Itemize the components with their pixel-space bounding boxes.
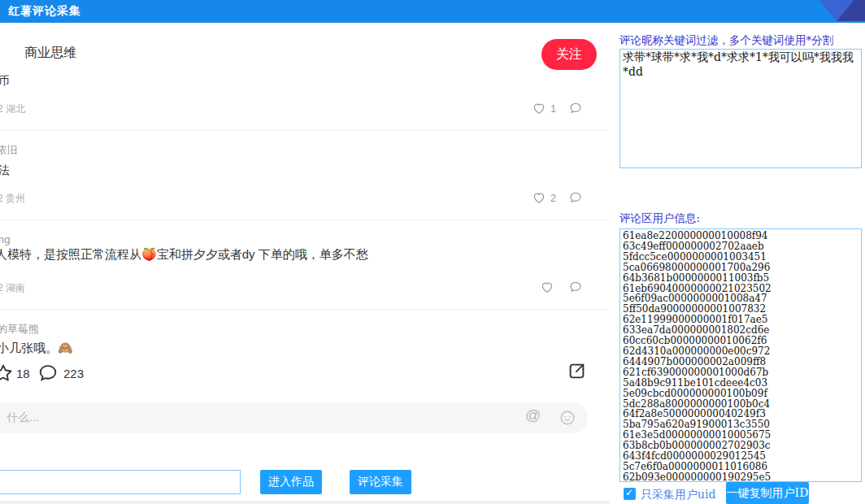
- app-window: 红薯评论采集 商业思维 关注 币 2 湖北 1 依旧 法 2 贵州 2 ng 人…: [0, 0, 865, 504]
- copy-user-ids-button[interactable]: 一键复制用户ID: [726, 482, 809, 504]
- share-icon[interactable]: [566, 360, 588, 382]
- comment-input-placeholder: 什么...: [7, 411, 39, 425]
- keyword-filter-label: 评论昵称关键词过滤，多个关键词使用*分割: [619, 33, 833, 48]
- user-id-row: 5a48b9c911be101cdeee4c03: [623, 378, 858, 389]
- like-count: 1: [550, 102, 556, 115]
- comment-text: 法: [0, 163, 10, 178]
- user-id-row: 5e09cbcd000000000100b09f: [623, 389, 858, 399]
- note-url-input[interactable]: [0, 470, 241, 494]
- comment-username: ng: [0, 233, 10, 245]
- corner-ribbon-icon: [813, 0, 865, 23]
- like-heart-icon[interactable]: [532, 101, 546, 115]
- comment-meta: 2 湖南: [0, 281, 25, 295]
- user-id-list[interactable]: 61ea8e220000000010008f9463c49eff00000000…: [619, 228, 862, 482]
- bottom-strip: [0, 501, 610, 504]
- user-id-row: 63c49eff000000002702aaeb: [623, 241, 858, 252]
- reply-bubble-icon[interactable]: [568, 101, 583, 115]
- like-count: 2: [550, 192, 556, 204]
- comment-meta: 2 湖北: [0, 102, 25, 116]
- emoji-smiley-icon[interactable]: [559, 409, 576, 427]
- comment-total-count: 223: [63, 367, 84, 380]
- collect-count: 18: [16, 367, 30, 380]
- divider: [0, 130, 608, 131]
- uid-only-label[interactable]: 只采集用户uid: [641, 488, 715, 502]
- like-heart-icon[interactable]: [540, 280, 554, 294]
- enter-note-button[interactable]: 进入作品: [260, 470, 322, 494]
- user-id-row: 62b093e000000000190295e5: [623, 472, 858, 482]
- comment-input[interactable]: [0, 402, 588, 433]
- user-id-row: 64b3681b0000000011003fb5: [623, 273, 858, 284]
- user-id-row: 6444907b000000002a009ff8: [623, 357, 858, 367]
- mention-at-icon[interactable]: @: [525, 406, 541, 424]
- collect-star-icon[interactable]: [0, 363, 14, 384]
- keyword-filter-textarea[interactable]: 求带*球带*求*我*d*求求*1*我可以吗*我我我*dd: [619, 49, 862, 168]
- comment-meta: 2 贵州: [0, 192, 25, 206]
- comment-username: 依旧: [0, 143, 18, 158]
- user-id-row: 643f4fcd0000000029012545: [623, 451, 858, 462]
- user-id-row: 621cf639000000001000d67b: [623, 367, 858, 378]
- reply-bubble-icon[interactable]: [568, 190, 583, 205]
- comment-count-bubble-icon[interactable]: [37, 363, 59, 384]
- title-bar: [0, 0, 865, 23]
- user-id-row: 5c7e6f0a0000000011016086: [623, 462, 858, 472]
- reply-bubble-icon[interactable]: [568, 280, 583, 294]
- comment-text: 人模特，是按照正常流程从🍑宝和拼夕夕或者dy 下单的哦，单多不愁: [0, 247, 368, 263]
- collect-comments-button[interactable]: 评论采集: [350, 470, 411, 494]
- divider: [0, 309, 608, 310]
- comment-username: 的草莓熊: [0, 322, 39, 337]
- uid-only-checkbox[interactable]: [624, 488, 636, 500]
- comment-text: 币: [0, 74, 10, 89]
- app-title: 红薯评论采集: [8, 4, 81, 19]
- follow-button[interactable]: 关注: [541, 39, 597, 70]
- note-author-name: 商业思维: [24, 45, 76, 62]
- like-heart-icon[interactable]: [532, 190, 546, 205]
- user-id-row: 62d4310a000000000e00c972: [623, 346, 858, 357]
- user-id-row: 5fdcc5ce0000000001003451: [623, 252, 858, 263]
- user-id-row: 5ca06698000000001700a296: [623, 263, 858, 273]
- comment-text: 小几张哦。🙈: [0, 341, 73, 356]
- user-id-row: 61ea8e220000000010008f94: [623, 231, 858, 241]
- divider: [0, 219, 608, 220]
- userinfo-label: 评论区用户信息:: [619, 211, 700, 226]
